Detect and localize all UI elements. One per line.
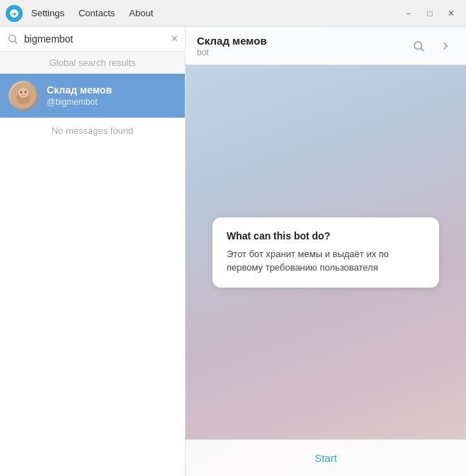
title-bar: Settings Contacts About – □ ✕ (0, 0, 466, 27)
window-controls: – □ ✕ (399, 6, 460, 21)
svg-point-0 (9, 35, 16, 42)
search-input[interactable] (24, 33, 166, 45)
maximize-button[interactable]: □ (421, 6, 439, 21)
svg-point-4 (18, 88, 28, 98)
minimize-button[interactable]: – (399, 6, 418, 21)
search-icon (7, 33, 18, 45)
chat-footer: Start (186, 439, 466, 476)
app-logo (6, 5, 23, 22)
menu-contacts[interactable]: Contacts (77, 5, 116, 21)
left-panel: × Global search results (0, 27, 186, 476)
search-bar: × (0, 27, 185, 52)
contact-item[interactable]: Склад мемов @bigmembot (0, 74, 185, 118)
chat-name: Склад мемов (197, 35, 409, 47)
svg-line-1 (15, 41, 18, 44)
svg-point-5 (21, 91, 23, 94)
svg-point-6 (25, 91, 27, 94)
search-section-label: Global search results (0, 52, 185, 74)
chat-status: bot (197, 47, 409, 57)
right-panel: Склад мемов bot What (186, 27, 466, 476)
menu-about[interactable]: About (127, 5, 154, 21)
main-layout: × Global search results (0, 27, 466, 476)
start-button[interactable]: Start (314, 452, 337, 464)
bot-card-description: Этот бот хранит мемы и выдаёт их по перв… (227, 247, 425, 275)
search-clear-button[interactable]: × (171, 33, 178, 45)
avatar (8, 81, 38, 110)
chat-body: What can this bot do? Этот бот хранит ме… (186, 65, 466, 439)
search-chat-button[interactable] (409, 37, 428, 55)
chat-header: Склад мемов bot (186, 27, 466, 65)
menu-bar: Settings Contacts About (30, 5, 399, 21)
svg-point-7 (414, 42, 422, 50)
chat-header-actions (409, 37, 455, 55)
close-button[interactable]: ✕ (442, 6, 460, 21)
contact-info: Склад мемов @bigmembot (47, 84, 112, 107)
svg-line-8 (421, 48, 424, 51)
chat-header-info: Склад мемов bot (197, 35, 409, 57)
no-messages-label: No messages found (0, 118, 185, 143)
more-options-button[interactable] (436, 37, 455, 55)
contact-username: @bigmembot (47, 97, 112, 107)
menu-settings[interactable]: Settings (30, 5, 66, 21)
bot-info-card: What can this bot do? Этот бот хранит ме… (212, 217, 439, 288)
contact-name: Склад мемов (47, 84, 112, 96)
bot-card-title: What can this bot do? (227, 230, 425, 242)
